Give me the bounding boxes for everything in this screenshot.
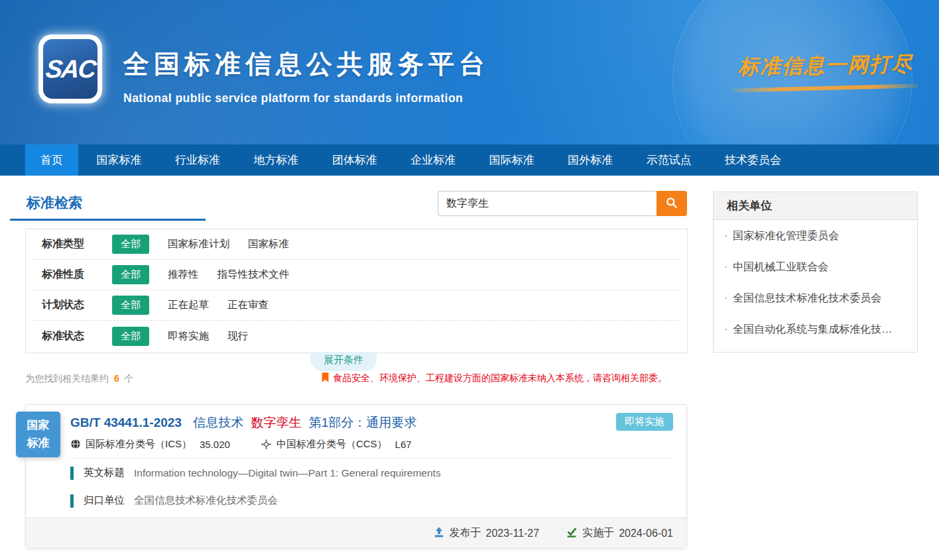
filter-option[interactable]: 正在审查 (227, 298, 269, 312)
filter-row-standard-nature: 标准性质 全部 推荐性 指导性技术文件 (34, 260, 679, 290)
standard-result-card: 国家 标准 GB/T 43441.1-2023 信息技术 数字孪生 第1部分：通… (25, 404, 687, 549)
implement-icon (566, 526, 578, 541)
english-title-row: 英文标题 Information technology—Digital twin… (70, 466, 441, 480)
nav-item-enterprise-standards[interactable]: 企业标准 (395, 144, 471, 176)
classification-row: 国际标准分类号（ICS） 35.020 中国标准分类号（CCS） L67 (70, 438, 412, 451)
standard-title-highlight[interactable]: 数字孪生 (251, 416, 302, 429)
ccs-value: L67 (395, 439, 412, 450)
filter-option[interactable]: 指导性技术文件 (218, 268, 290, 282)
filter-option[interactable]: 推荐性 (168, 268, 199, 282)
nav-item-pilot[interactable]: 示范试点 (631, 144, 707, 176)
search-input[interactable] (438, 191, 657, 216)
nav-item-group-standards[interactable]: 团体标准 (317, 144, 393, 176)
result-count-prefix: 为您找到相关结果约 (25, 373, 109, 384)
type-badge-line2: 标准 (27, 435, 50, 452)
ccs-label: 中国标准分类号（CCS） (277, 438, 387, 451)
field-marker-bar (70, 467, 74, 480)
filter-row-plan-status: 计划状态 全部 正在起草 正在审查 (34, 290, 679, 321)
field-label: 英文标题 (84, 466, 125, 480)
nav-item-national-standards[interactable]: 国家标准 (81, 144, 156, 176)
field-value: Information technology—Digital twin—Part… (134, 467, 441, 479)
committee-row: 归口单位 全国信息技术标准化技术委员会 (70, 494, 278, 508)
filter-label: 标准状态 (34, 329, 95, 343)
sidebar-item-it-standardization-committee[interactable]: 全国信息技术标准化技术委员会 (714, 282, 917, 313)
ics-label: 国际标准分类号（ICS） (86, 438, 192, 451)
page-title: 标准检索 (27, 194, 82, 212)
related-units-title: 相关单位 (714, 192, 917, 220)
publish-date-group: 发布于 2023-11-27 (433, 526, 540, 541)
header-slogan-text: 标准信息一网打尽 (723, 50, 929, 81)
nav-item-international-standards[interactable]: 国际标准 (474, 144, 550, 176)
nav-item-home[interactable]: 首页 (25, 144, 78, 176)
nav-item-technical-committee[interactable]: 技术委员会 (710, 144, 796, 176)
publish-date: 2023-11-27 (486, 528, 540, 539)
filter-option[interactable]: 现行 (227, 329, 248, 343)
filter-option[interactable]: 国家标准计划 (168, 237, 229, 251)
filter-label: 标准性质 (34, 268, 95, 282)
globe-icon (70, 439, 81, 450)
standard-type-badge: 国家 标准 (16, 412, 60, 457)
card-divider (70, 458, 673, 459)
search-button[interactable] (657, 191, 687, 216)
site-header: SAC 全国标准信息公共服务平台 National public service… (0, 0, 939, 144)
related-units-panel: 相关单位 国家标准化管理委员会 中国机械工业联合会 全国信息技术标准化技术委员会… (713, 192, 918, 353)
ics-value: 35.020 (200, 439, 230, 450)
header-slogan: 标准信息一网打尽 (723, 52, 928, 90)
result-count-suffix: 个 (125, 373, 134, 384)
standard-title-part2[interactable]: 第1部分：通用要求 (309, 416, 417, 429)
expand-conditions-button[interactable]: 展开条件 (310, 352, 377, 371)
field-label: 归口单位 (84, 494, 125, 508)
field-marker-bar (70, 494, 74, 508)
page: SAC 全国标准信息公共服务平台 National public service… (0, 0, 939, 560)
filter-row-standard-type: 标准类型 全部 国家标准计划 国家标准 (34, 229, 679, 260)
nav-item-industry-standards[interactable]: 行业标准 (160, 144, 235, 176)
filter-all-button[interactable]: 全部 (112, 235, 149, 254)
sidebar-item-machinery-federation[interactable]: 中国机械工业联合会 (714, 251, 917, 282)
standard-title-link[interactable]: GB/T 43441.1-2023 信息技术 数字孪生 第1部分：通用要求 (70, 414, 416, 431)
slogan-underline (733, 84, 918, 92)
filter-option[interactable]: 即将实施 (168, 329, 209, 343)
result-count-number: 6 (114, 373, 119, 384)
result-count: 为您找到相关结果约 6 个 (25, 373, 134, 385)
search-box (438, 191, 687, 216)
nav-item-foreign-standards[interactable]: 国外标准 (552, 144, 628, 176)
filter-panel: 标准类型 全部 国家标准计划 国家标准 标准性质 全部 推荐性 指导性技术文件 … (25, 229, 688, 353)
sac-logo-text: SAC (44, 55, 97, 84)
filter-label: 计划状态 (34, 298, 95, 312)
implement-label: 实施于 (582, 526, 614, 540)
filter-option[interactable]: 正在起草 (168, 298, 209, 312)
type-badge-line1: 国家 (27, 417, 50, 434)
standard-title-part1[interactable]: 信息技术 (193, 416, 243, 429)
main-nav: 首页 国家标准 行业标准 地方标准 团体标准 企业标准 国际标准 国外标准 示范… (0, 144, 939, 176)
site-title-block: 全国标准信息公共服务平台 National public service pla… (123, 46, 489, 105)
magnifier-icon (665, 196, 678, 211)
status-badge: 即将实施 (616, 413, 673, 431)
filter-option[interactable]: 国家标准 (248, 237, 289, 251)
site-subtitle: National public service platform for sta… (123, 91, 489, 105)
page-title-underline (10, 219, 206, 221)
publish-icon (433, 526, 445, 541)
filter-all-button[interactable]: 全部 (112, 296, 149, 315)
bookmark-icon (321, 372, 330, 385)
filter-label: 标准类型 (34, 237, 95, 251)
notice-text: 食品安全、环境保护、工程建设方面的国家标准未纳入本系统，请咨询相关部委。 (333, 372, 667, 384)
nav-item-local-standards[interactable]: 地方标准 (238, 144, 314, 176)
site-title: 全国标准信息公共服务平台 (123, 46, 489, 82)
system-notice: 食品安全、环境保护、工程建设方面的国家标准未纳入本系统，请咨询相关部委。 (321, 372, 667, 385)
implement-date: 2024-06-01 (619, 528, 673, 539)
compass-icon (261, 439, 272, 451)
implement-date-group: 实施于 2024-06-01 (566, 526, 673, 541)
sidebar-item-automation-committee[interactable]: 全国自动化系统与集成标准化技… (714, 313, 917, 345)
sac-logo: SAC (38, 34, 102, 103)
sac-logo-inner: SAC (43, 39, 97, 99)
standard-code[interactable]: GB/T 43441.1-2023 (70, 416, 182, 429)
publish-label: 发布于 (450, 526, 481, 540)
card-footer: 发布于 2023-11-27 实施于 2024-06-01 (26, 518, 686, 548)
sidebar-item-sac[interactable]: 国家标准化管理委员会 (714, 220, 917, 251)
filter-all-button[interactable]: 全部 (112, 265, 149, 284)
field-value: 全国信息技术标准化技术委员会 (134, 494, 278, 508)
filter-all-button[interactable]: 全部 (112, 327, 149, 346)
filter-row-standard-status: 标准状态 全部 即将实施 现行 (34, 321, 679, 351)
